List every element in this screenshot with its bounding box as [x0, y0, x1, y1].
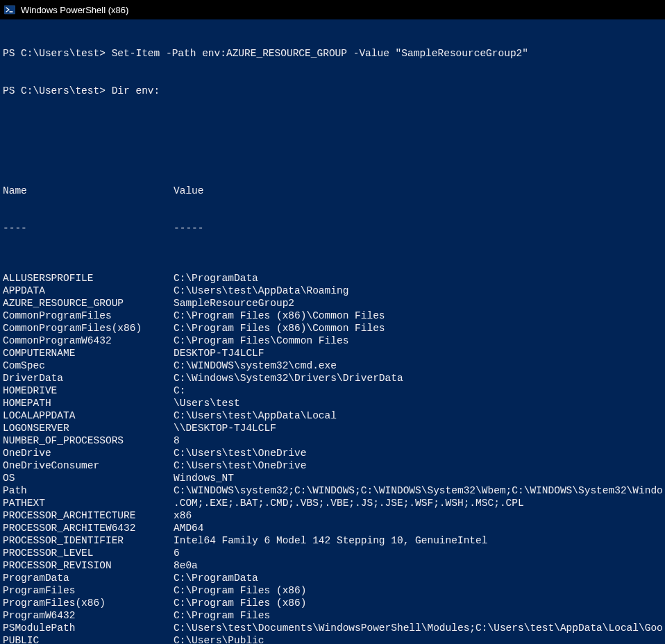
env-var-value: C:\WINDOWS\system32\cmd.exe: [174, 359, 662, 372]
env-var-value: C:\Program Files\Common Files: [174, 334, 662, 347]
table-row: ALLUSERSPROFILEC:\ProgramData: [3, 272, 662, 285]
table-header: Name Value: [3, 185, 662, 197]
env-var-name: OneDriveConsumer: [3, 459, 174, 472]
env-var-value: C:\WINDOWS\system32;C:\WINDOWS;C:\WINDOW…: [174, 484, 662, 497]
table-row: DriverDataC:\Windows\System32\Drivers\Dr…: [3, 372, 662, 384]
env-var-value: 6: [174, 547, 662, 559]
table-header-underline: ---- -----: [3, 222, 662, 235]
env-var-name: NUMBER_OF_PROCESSORS: [3, 434, 174, 447]
table-row: HOMEDRIVEC:: [3, 384, 662, 397]
column-header-value: Value: [174, 185, 662, 197]
env-var-name: CommonProgramW6432: [3, 334, 174, 347]
env-var-value: C:\Users\test\Documents\WindowsPowerShel…: [174, 622, 662, 634]
table-row: PUBLICC:\Users\Public: [3, 634, 662, 644]
env-var-name: ALLUSERSPROFILE: [3, 272, 174, 285]
env-var-value: .COM;.EXE;.BAT;.CMD;.VBS;.VBE;.JS;.JSE;.…: [174, 497, 662, 509]
env-var-name: PROCESSOR_LEVEL: [3, 547, 174, 559]
env-var-name: LOCALAPPDATA: [3, 409, 174, 422]
env-var-name: Path: [3, 484, 174, 497]
env-var-name: HOMEDRIVE: [3, 384, 174, 397]
window-titlebar[interactable]: Windows PowerShell (x86): [0, 0, 665, 19]
table-row: PSModulePathC:\Users\test\Documents\Wind…: [3, 622, 662, 634]
env-var-value: C:\Users\test\OneDrive: [174, 459, 662, 472]
table-row: NUMBER_OF_PROCESSORS8: [3, 434, 662, 447]
table-row: PATHEXT.COM;.EXE;.BAT;.CMD;.VBS;.VBE;.JS…: [3, 497, 662, 509]
env-var-value: Windows_NT: [174, 472, 662, 484]
env-var-value: 8: [174, 434, 662, 447]
env-var-value: Intel64 Family 6 Model 142 Stepping 10, …: [174, 534, 662, 547]
env-var-value: SampleResourceGroup2: [174, 297, 662, 310]
env-var-value: C:\ProgramData: [174, 572, 662, 584]
env-var-name: APPDATA: [3, 285, 174, 297]
terminal-output[interactable]: PS C:\Users\test> Set-Item -Path env:AZU…: [0, 19, 665, 644]
table-row: LOCALAPPDATAC:\Users\test\AppData\Local: [3, 409, 662, 422]
env-var-name: LOGONSERVER: [3, 422, 174, 434]
table-row: OneDriveC:\Users\test\OneDrive: [3, 447, 662, 459]
command-line-1: PS C:\Users\test> Set-Item -Path env:AZU…: [3, 47, 662, 60]
env-var-value: 8e0a: [174, 559, 662, 572]
table-row: CommonProgramW6432C:\Program Files\Commo…: [3, 334, 662, 347]
command-line-2: PS C:\Users\test> Dir env:: [3, 85, 662, 97]
column-header-name-underline: ----: [3, 222, 174, 235]
env-var-name: ProgramData: [3, 572, 174, 584]
env-var-value: C:\Users\test\AppData\Roaming: [174, 285, 662, 297]
table-row: PathC:\WINDOWS\system32;C:\WINDOWS;C:\WI…: [3, 484, 662, 497]
env-var-value: C:\Program Files (x86): [174, 584, 662, 597]
env-var-name: HOMEPATH: [3, 397, 174, 409]
table-row: PROCESSOR_REVISION8e0a: [3, 559, 662, 572]
table-row: CommonProgramFiles(x86)C:\Program Files …: [3, 322, 662, 334]
table-row: CommonProgramFilesC:\Program Files (x86)…: [3, 310, 662, 322]
env-var-value: DESKTOP-TJ4LCLF: [174, 347, 662, 359]
env-var-value: \Users\test: [174, 397, 662, 409]
env-var-name: ProgramFiles(x86): [3, 597, 174, 609]
table-row: HOMEPATH\Users\test: [3, 397, 662, 409]
env-var-name: ProgramW6432: [3, 609, 174, 622]
table-row: OSWindows_NT: [3, 472, 662, 484]
env-var-value: C:\Program Files (x86)\Common Files: [174, 322, 662, 334]
table-row: ProgramFilesC:\Program Files (x86): [3, 584, 662, 597]
env-var-name: ProgramFiles: [3, 584, 174, 597]
env-var-value: C:\Windows\System32\Drivers\DriverData: [174, 372, 662, 384]
table-row: AZURE_RESOURCE_GROUPSampleResourceGroup2: [3, 297, 662, 310]
env-var-name: PSModulePath: [3, 622, 174, 634]
table-row: PROCESSOR_LEVEL6: [3, 547, 662, 559]
table-row: APPDATAC:\Users\test\AppData\Roaming: [3, 285, 662, 297]
env-var-name: AZURE_RESOURCE_GROUP: [3, 297, 174, 310]
env-var-value: \\DESKTOP-TJ4LCLF: [174, 422, 662, 434]
env-var-value: AMD64: [174, 522, 662, 534]
env-var-value: C:\Users\Public: [174, 634, 662, 644]
table-row: OneDriveConsumerC:\Users\test\OneDrive: [3, 459, 662, 472]
env-var-name: ComSpec: [3, 359, 174, 372]
env-var-name: CommonProgramFiles(x86): [3, 322, 174, 334]
powershell-icon: [4, 4, 15, 15]
table-row: COMPUTERNAMEDESKTOP-TJ4LCLF: [3, 347, 662, 359]
column-header-value-underline: -----: [174, 222, 662, 235]
table-row: ProgramDataC:\ProgramData: [3, 572, 662, 584]
table-row: ComSpecC:\WINDOWS\system32\cmd.exe: [3, 359, 662, 372]
env-var-name: PROCESSOR_ARCHITECTURE: [3, 509, 174, 522]
env-var-value: C:\Users\test\AppData\Local: [174, 409, 662, 422]
env-var-value: C:\ProgramData: [174, 272, 662, 285]
env-var-name: PATHEXT: [3, 497, 174, 509]
table-row: LOGONSERVER\\DESKTOP-TJ4LCLF: [3, 422, 662, 434]
env-var-value: x86: [174, 509, 662, 522]
table-row: ProgramFiles(x86)C:\Program Files (x86): [3, 597, 662, 609]
env-var-name: PROCESSOR_REVISION: [3, 559, 174, 572]
table-row: PROCESSOR_IDENTIFIERIntel64 Family 6 Mod…: [3, 534, 662, 547]
env-var-name: PUBLIC: [3, 634, 174, 644]
env-var-value: C:\Program Files (x86)\Common Files: [174, 310, 662, 322]
env-var-value: C:\Program Files (x86): [174, 597, 662, 609]
env-var-name: DriverData: [3, 372, 174, 384]
table-row: ProgramW6432C:\Program Files: [3, 609, 662, 622]
svg-rect-0: [4, 6, 15, 14]
env-var-value: C:: [174, 384, 662, 397]
env-var-value: C:\Users\test\OneDrive: [174, 447, 662, 459]
env-var-name: PROCESSOR_ARCHITEW6432: [3, 522, 174, 534]
env-var-name: COMPUTERNAME: [3, 347, 174, 359]
column-header-name: Name: [3, 185, 174, 197]
env-var-value: C:\Program Files: [174, 609, 662, 622]
env-var-name: OneDrive: [3, 447, 174, 459]
env-var-name: CommonProgramFiles: [3, 310, 174, 322]
window-title: Windows PowerShell (x86): [21, 5, 128, 15]
table-row: PROCESSOR_ARCHITECTUREx86: [3, 509, 662, 522]
